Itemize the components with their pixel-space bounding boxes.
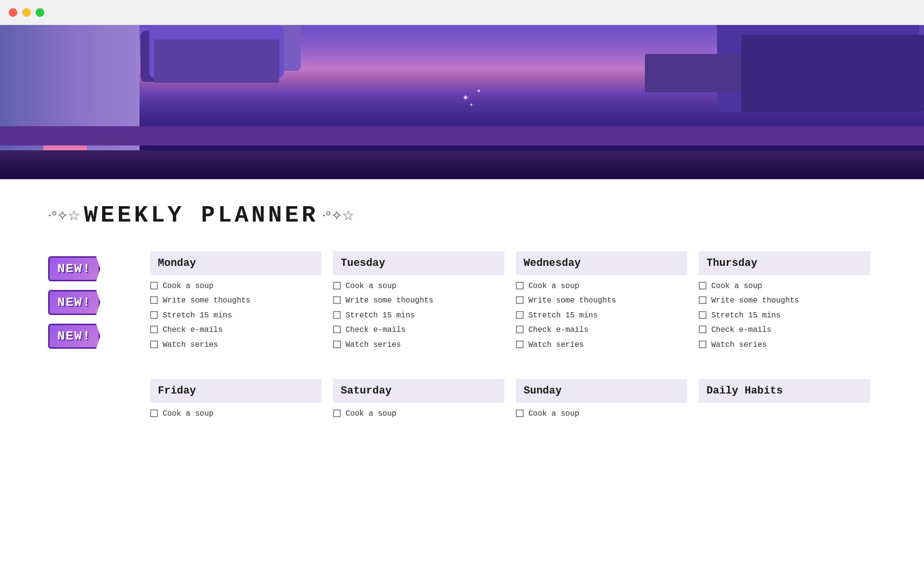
list-item: Cook a soup bbox=[150, 281, 321, 291]
task-checkbox[interactable] bbox=[333, 326, 341, 333]
list-item: Watch series bbox=[333, 340, 504, 350]
maximize-button[interactable] bbox=[36, 8, 44, 17]
sparkle-1: ✦ bbox=[462, 92, 469, 103]
task-label: Stretch 15 mins bbox=[346, 310, 415, 321]
task-checkbox[interactable] bbox=[333, 341, 341, 348]
hero-ground-mid bbox=[0, 126, 924, 145]
task-checkbox[interactable] bbox=[333, 311, 341, 319]
bottom-header-saturday: Saturday bbox=[333, 379, 504, 403]
task-label: Stretch 15 mins bbox=[711, 310, 781, 321]
day-col-wednesday: WednesdayCook a soupWrite some thoughtsS… bbox=[510, 251, 693, 350]
list-item: Stretch 15 mins bbox=[150, 310, 321, 321]
bottom-header-friday: Friday bbox=[150, 379, 321, 403]
new-badge-2[interactable]: NEW! bbox=[48, 290, 100, 315]
task-checkbox[interactable] bbox=[150, 282, 158, 289]
day-header-wednesday: Wednesday bbox=[516, 251, 687, 275]
task-list-thursday: Cook a soupWrite some thoughtsStretch 15… bbox=[699, 281, 870, 350]
task-label: Cook a soup bbox=[528, 408, 579, 419]
list-item: Cook a soup bbox=[699, 281, 870, 291]
day-col-friday: FridayCook a soup bbox=[144, 379, 327, 419]
task-label: Watch series bbox=[711, 340, 767, 350]
task-checkbox[interactable] bbox=[150, 296, 158, 304]
day-header-thursday: Thursday bbox=[699, 251, 870, 275]
list-item: Write some thoughts bbox=[333, 295, 504, 306]
list-item: Write some thoughts bbox=[516, 295, 687, 306]
list-item: Cook a soup bbox=[333, 281, 504, 291]
task-list-friday: Cook a soup bbox=[150, 408, 321, 419]
task-checkbox[interactable] bbox=[150, 311, 158, 319]
day-col-saturday: SaturdayCook a soup bbox=[327, 379, 510, 419]
list-item: Check e-mails bbox=[150, 325, 321, 335]
new-badge-3[interactable]: NEW! bbox=[48, 324, 100, 349]
bottom-header-sunday: Sunday bbox=[516, 379, 687, 403]
badges-column: NEW! NEW! NEW! bbox=[48, 251, 144, 350]
day-col-tuesday: TuesdayCook a soupWrite some thoughtsStr… bbox=[327, 251, 510, 350]
task-checkbox[interactable] bbox=[333, 409, 341, 417]
new-badge-1[interactable]: NEW! bbox=[48, 256, 100, 281]
close-button[interactable] bbox=[9, 8, 17, 17]
task-label: Watch series bbox=[346, 340, 401, 350]
list-item: Cook a soup bbox=[333, 408, 504, 419]
task-checkbox[interactable] bbox=[333, 296, 341, 304]
task-label: Write some thoughts bbox=[528, 295, 616, 306]
task-label: Watch series bbox=[528, 340, 584, 350]
task-checkbox[interactable] bbox=[699, 282, 706, 289]
task-checkbox[interactable] bbox=[516, 341, 524, 348]
task-label: Check e-mails bbox=[163, 325, 223, 335]
sparkle-2: ✦ bbox=[476, 88, 481, 95]
task-label: Cook a soup bbox=[346, 408, 397, 419]
task-checkbox[interactable] bbox=[516, 282, 524, 289]
list-item: Stretch 15 mins bbox=[333, 310, 504, 321]
task-checkbox[interactable] bbox=[150, 409, 158, 417]
day-col-monday: MondayCook a soupWrite some thoughtsStre… bbox=[144, 251, 327, 350]
task-label: Cook a soup bbox=[346, 281, 397, 291]
task-checkbox[interactable] bbox=[699, 341, 706, 348]
svg-rect-15 bbox=[48, 145, 82, 150]
page-title: WEEKLY PLANNER bbox=[84, 202, 318, 228]
task-list-monday: Cook a soupWrite some thoughtsStretch 15… bbox=[150, 281, 321, 350]
list-item: Watch series bbox=[516, 340, 687, 350]
minimize-button[interactable] bbox=[22, 8, 31, 17]
task-label: Write some thoughts bbox=[711, 295, 799, 306]
list-item: Cook a soup bbox=[516, 408, 687, 419]
list-item: Stretch 15 mins bbox=[699, 310, 870, 321]
list-item: Check e-mails bbox=[516, 325, 687, 335]
task-label: Cook a soup bbox=[163, 281, 214, 291]
hero-banner: ✦ ✦ ✦ bbox=[0, 25, 924, 179]
task-checkbox[interactable] bbox=[516, 296, 524, 304]
week-grid-top: NEW! NEW! NEW! MondayCook a soupWrite so… bbox=[48, 251, 876, 350]
task-checkbox[interactable] bbox=[516, 409, 524, 417]
list-item: Check e-mails bbox=[333, 325, 504, 335]
task-label: Stretch 15 mins bbox=[528, 310, 598, 321]
task-checkbox[interactable] bbox=[699, 326, 706, 333]
task-label: Stretch 15 mins bbox=[163, 310, 232, 321]
task-label: Check e-mails bbox=[528, 325, 589, 335]
title-deco-left: ·°✧☆ bbox=[48, 208, 80, 223]
main-content: ·°✧☆ WEEKLY PLANNER ·°✧☆ NEW! NEW! NEW! … bbox=[0, 179, 924, 442]
task-checkbox[interactable] bbox=[333, 282, 341, 289]
task-checkbox[interactable] bbox=[699, 296, 706, 304]
day-header-tuesday: Tuesday bbox=[333, 251, 504, 275]
task-list-sunday: Cook a soup bbox=[516, 408, 687, 419]
task-label: Write some thoughts bbox=[163, 295, 250, 306]
page-title-row: ·°✧☆ WEEKLY PLANNER ·°✧☆ bbox=[48, 202, 876, 228]
day-col-thursday: ThursdayCook a soupWrite some thoughtsSt… bbox=[693, 251, 876, 350]
list-item: Stretch 15 mins bbox=[516, 310, 687, 321]
list-item: Write some thoughts bbox=[699, 295, 870, 306]
title-bar bbox=[0, 0, 924, 25]
task-checkbox[interactable] bbox=[150, 326, 158, 333]
list-item: Watch series bbox=[699, 340, 870, 350]
task-checkbox[interactable] bbox=[516, 311, 524, 319]
task-label: Cook a soup bbox=[711, 281, 762, 291]
task-list-saturday: Cook a soup bbox=[333, 408, 504, 419]
task-list-wednesday: Cook a soupWrite some thoughtsStretch 15… bbox=[516, 281, 687, 350]
day-col-daily-habits: Daily Habits bbox=[693, 379, 876, 419]
task-checkbox[interactable] bbox=[150, 341, 158, 348]
task-list-tuesday: Cook a soupWrite some thoughtsStretch 15… bbox=[333, 281, 504, 350]
day-col-sunday: SundayCook a soup bbox=[510, 379, 693, 419]
task-label: Check e-mails bbox=[346, 325, 406, 335]
task-checkbox[interactable] bbox=[516, 326, 524, 333]
list-item: Watch series bbox=[150, 340, 321, 350]
sparkle-3: ✦ bbox=[469, 102, 473, 107]
task-checkbox[interactable] bbox=[699, 311, 706, 319]
